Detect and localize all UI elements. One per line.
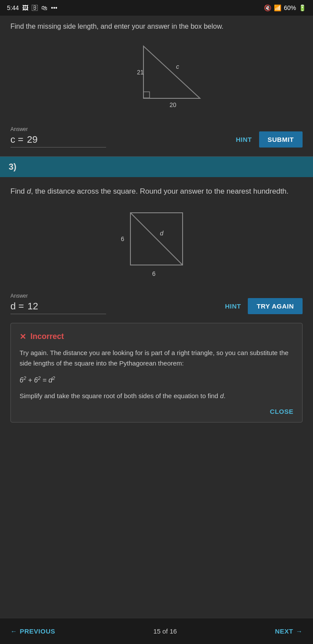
close-row: CLOSE	[20, 408, 293, 415]
triangle-svg: 21 20 c	[109, 37, 204, 116]
section3-number: 3)	[9, 162, 17, 171]
next-label: NEXT	[275, 627, 293, 635]
section3-header: 3)	[0, 157, 313, 177]
question2-section: Find the missing side length, and enter …	[0, 16, 313, 156]
arrow-left-icon: ←	[10, 627, 17, 635]
close-button[interactable]: CLOSE	[270, 408, 293, 415]
svg-text:21: 21	[137, 69, 144, 76]
status-left: 5:44 🖼 🇧 🛍 •••	[7, 4, 57, 11]
svg-text:20: 20	[170, 101, 176, 108]
hint-button-q2[interactable]: HINT	[236, 136, 252, 143]
hint-button-q3[interactable]: HINT	[225, 302, 241, 310]
answer-prefix-q2: c =	[10, 134, 23, 145]
battery-icon: 🔋	[299, 4, 306, 11]
answer-prefix-q3: d =	[10, 301, 24, 312]
bottom-nav: ← PREVIOUS 15 of 16 NEXT →	[0, 618, 313, 644]
feedback-box: ✕ Incorrect Try again. The distance you …	[10, 323, 303, 423]
mute-icon: 🔇	[264, 4, 271, 11]
svg-marker-0	[143, 46, 200, 98]
previous-label: PREVIOUS	[20, 627, 56, 635]
feedback-formula: 62 + 62 = d2	[20, 376, 293, 384]
answer-value-q3: 12	[27, 301, 38, 312]
incorrect-x-icon: ✕	[20, 332, 26, 342]
feedback-message: Try again. The distance you are looking …	[20, 348, 293, 369]
answer-field-q2: Answer c = 29	[10, 126, 106, 148]
status-right: 🔇 📶 60% 🔋	[264, 4, 306, 11]
status-bar: 5:44 🖼 🇧 🛍 ••• 🔇 📶 60% 🔋	[0, 0, 313, 16]
page-indicator: 15 of 16	[153, 627, 177, 635]
svg-text:d: d	[160, 230, 164, 237]
svg-text:c: c	[176, 63, 179, 70]
screenshot-icon: 🖼	[22, 4, 28, 11]
simplify-text: Simplify and take the square root of bot…	[20, 391, 293, 401]
square-diagram: 6 6 d	[10, 204, 303, 282]
svg-text:6: 6	[121, 235, 124, 242]
answer-field-q3: Answer d = 12	[10, 293, 106, 314]
nav-spacer	[0, 431, 313, 462]
svg-text:6: 6	[152, 270, 156, 277]
submit-button[interactable]: SUBMIT	[259, 131, 303, 148]
instruction-text: Find the missing side length, and enter …	[10, 23, 303, 30]
try-again-button[interactable]: TRY AGAIN	[248, 298, 303, 314]
answer-label-q2: Answer	[10, 126, 106, 132]
svg-rect-1	[143, 92, 150, 98]
wifi-icon: 📶	[274, 4, 281, 11]
previous-button[interactable]: ← PREVIOUS	[10, 627, 55, 635]
answer-row-q3: Answer d = 12 HINT TRY AGAIN	[10, 293, 303, 314]
notification-icon: 🇧	[32, 4, 38, 11]
question3-section: Find d, the distance across the square. …	[0, 177, 313, 431]
battery-text: 60%	[284, 4, 296, 11]
answer-actions-q3: HINT TRY AGAIN	[225, 298, 303, 314]
answer-value-q2: 29	[27, 134, 37, 145]
bag-icon: 🛍	[41, 4, 47, 11]
more-icon: •••	[51, 4, 57, 11]
answer-label-q3: Answer	[10, 293, 106, 299]
question3-text: Find d, the distance across the square. …	[10, 186, 303, 197]
answer-actions-q2: HINT SUBMIT	[236, 131, 303, 148]
incorrect-label: Incorrect	[30, 332, 64, 341]
triangle-diagram: 21 20 c	[10, 37, 303, 116]
feedback-header: ✕ Incorrect	[20, 332, 293, 342]
time: 5:44	[7, 4, 19, 11]
square-svg: 6 6 d	[113, 204, 200, 282]
answer-row-q2: Answer c = 29 HINT SUBMIT	[10, 126, 303, 148]
arrow-right-icon: →	[296, 627, 303, 635]
next-button[interactable]: NEXT →	[275, 627, 303, 635]
svg-line-6	[130, 213, 183, 265]
